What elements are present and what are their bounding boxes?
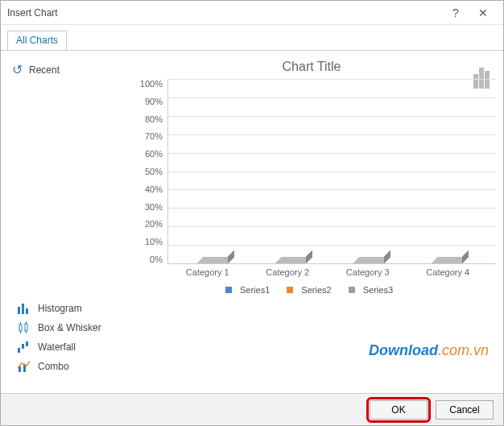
y-tick: 100% xyxy=(140,79,163,89)
svg-rect-9 xyxy=(18,348,20,353)
sidebar-item-waterfall[interactable]: Waterfall xyxy=(12,337,497,357)
bars-container xyxy=(168,79,496,263)
x-axis: Category 1Category 2Category 3Category 4 xyxy=(127,264,496,277)
y-tick: 90% xyxy=(145,97,163,106)
combo-icon xyxy=(17,360,31,373)
legend-item-series3: Series3 xyxy=(349,285,398,295)
insert-chart-dialog: Insert Chart ? ✕ All Charts ↺ Recent Cha… xyxy=(0,0,504,426)
y-tick: 70% xyxy=(145,131,163,141)
tab-all-charts[interactable]: All Charts xyxy=(7,31,67,51)
x-tick: Category 3 xyxy=(344,267,392,277)
sidebar-item-box-whisker[interactable]: Box & Whisker xyxy=(12,318,497,337)
y-tick: 10% xyxy=(145,237,163,246)
svg-rect-10 xyxy=(22,344,24,349)
svg-rect-2 xyxy=(26,308,28,314)
ok-button[interactable]: OK xyxy=(370,400,428,420)
recent-icon: ↺ xyxy=(12,62,23,77)
chart-preview: Chart Title 100% 90% 80% 70% 60% 50% 40%… xyxy=(126,57,497,296)
x-tick: Category 1 xyxy=(184,267,232,277)
y-tick: 30% xyxy=(145,202,163,212)
svg-rect-6 xyxy=(25,324,27,331)
sidebar-item-histogram[interactable]: Histogram xyxy=(12,299,497,318)
sidebar-item-label: Waterfall xyxy=(38,341,76,353)
cancel-button[interactable]: Cancel xyxy=(436,400,494,420)
y-tick: 20% xyxy=(145,219,163,229)
sidebar-item-label: Combo xyxy=(38,361,69,372)
close-button[interactable]: ✕ xyxy=(469,6,497,19)
chart-plot-area: 100% 90% 80% 70% 60% 50% 40% 30% 20% 10%… xyxy=(127,79,496,264)
y-tick: 60% xyxy=(145,149,163,159)
svg-rect-0 xyxy=(18,307,20,314)
plot xyxy=(167,79,496,264)
svg-rect-11 xyxy=(26,341,28,346)
legend: Series1 Series2 Series3 xyxy=(127,285,496,295)
waterfall-icon xyxy=(17,341,31,354)
histogram-icon xyxy=(17,302,31,315)
dialog-footer: OK Cancel xyxy=(1,393,503,425)
legend-label: Series1 xyxy=(240,285,270,295)
chart-type-sidebar: ↺ Recent xyxy=(7,57,120,296)
titlebar: Insert Chart ? ✕ xyxy=(1,1,503,25)
chart-title: Chart Title xyxy=(127,60,496,74)
sidebar-item-label: Histogram xyxy=(38,303,82,314)
dialog-body: ↺ Recent Chart Title 100% 90% 80% 70% 60… xyxy=(1,50,503,393)
legend-label: Series2 xyxy=(301,285,331,295)
chart-type-list-bottom: Histogram Box & Whisker Waterfall Combo xyxy=(7,296,497,376)
tab-strip: All Charts xyxy=(1,25,503,50)
sidebar-item-label: Recent xyxy=(29,64,60,76)
svg-rect-3 xyxy=(19,325,22,331)
sidebar-item-recent[interactable]: ↺ Recent xyxy=(7,57,120,81)
legend-item-series2: Series2 xyxy=(287,285,336,295)
y-tick: 80% xyxy=(145,114,163,124)
legend-label: Series3 xyxy=(363,285,393,295)
y-tick: 50% xyxy=(145,167,163,176)
legend-item-series1: Series1 xyxy=(225,285,275,295)
y-axis: 100% 90% 80% 70% 60% 50% 40% 30% 20% 10%… xyxy=(127,79,167,264)
y-tick: 40% xyxy=(145,184,163,194)
x-tick: Category 4 xyxy=(423,267,472,277)
help-button[interactable]: ? xyxy=(442,6,469,19)
box-whisker-icon xyxy=(17,321,31,334)
y-tick: 0% xyxy=(150,254,163,264)
x-tick: Category 2 xyxy=(263,267,312,277)
dialog-title: Insert Chart xyxy=(7,7,442,19)
sidebar-item-combo[interactable]: Combo xyxy=(12,357,497,376)
svg-rect-1 xyxy=(22,304,24,314)
sidebar-item-label: Box & Whisker xyxy=(38,322,101,333)
